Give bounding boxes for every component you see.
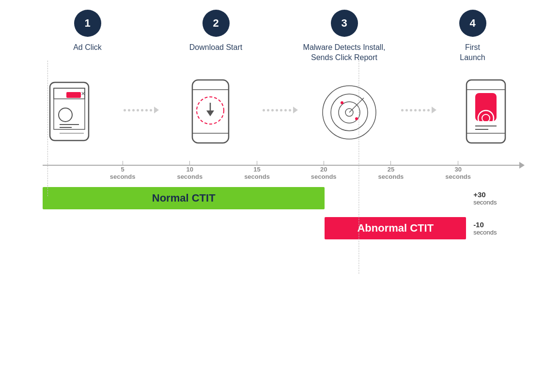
step-4: 4 FirstLaunch (424, 10, 521, 63)
step-circle-3: 3 (331, 10, 358, 37)
tick-label: 10seconds (177, 166, 202, 181)
ctit-section: Normal CTIT Abnormal CTIT +30 seconds -1… (28, 183, 532, 256)
step-2: 2 Download Start (168, 10, 264, 53)
timeline-arrow (519, 162, 525, 169)
tick-line (257, 161, 257, 165)
tick-20: 20seconds (311, 161, 337, 181)
timeline-axis-wrapper: 5seconds10seconds15seconds20seconds25sec… (28, 155, 532, 179)
tick-line (123, 161, 123, 165)
timeline-section: 5seconds10seconds15seconds20seconds25sec… (14, 155, 546, 179)
step-1: 1 Ad Click (39, 10, 136, 53)
tick-5: 5seconds (110, 161, 136, 181)
tick-container: 5seconds10seconds15seconds20seconds25sec… (43, 161, 513, 179)
tick-label: 30seconds (445, 166, 471, 181)
svg-point-5 (59, 108, 72, 122)
normal-ctit-bar: Normal CTIT (43, 187, 325, 209)
arrow-1 (120, 107, 162, 113)
normal-ctit-label: Normal CTIT (152, 192, 216, 204)
svg-rect-4 (66, 92, 81, 98)
tick-25: 25seconds (378, 161, 404, 181)
step-3: 3 Malware Detects Install,Sends Click Re… (296, 10, 393, 63)
tick-label: 25seconds (378, 166, 404, 181)
step-label-2: Download Start (189, 43, 242, 53)
tick-label: 15seconds (244, 166, 270, 181)
icon-ad-click: ✕ (23, 78, 120, 148)
tick-line (189, 161, 190, 165)
abnormal-ctit-bar: Abnormal CTIT (325, 217, 466, 239)
svg-line-19 (349, 98, 364, 112)
tick-10: 10seconds (177, 161, 202, 181)
tick-line (324, 161, 324, 165)
tick-30: 30seconds (445, 161, 471, 181)
step-circle-2: 2 (202, 10, 230, 37)
tick-label: 5seconds (110, 166, 136, 181)
icon-launch (440, 78, 537, 148)
tick-line (390, 161, 391, 165)
normal-time-unit: seconds (473, 199, 497, 206)
abnormal-ctit-label: Abnormal CTIT (357, 222, 434, 235)
step-label-3: Malware Detects Install,Sends Click Repo… (303, 43, 386, 63)
abnormal-time-value: -10 (473, 220, 484, 229)
tick-label: 20seconds (311, 166, 337, 181)
vline-start (47, 61, 48, 196)
normal-time-label: +30 seconds (473, 187, 532, 209)
icons-row: ✕ (14, 78, 546, 148)
svg-text:✕: ✕ (81, 91, 85, 96)
step-circle-4: 4 (459, 10, 486, 37)
arrow-2 (259, 107, 301, 113)
step-circle-1: 1 (74, 10, 101, 37)
steps-row: 1 Ad Click 2 Download Start 3 Malware De… (14, 10, 546, 63)
svg-point-20 (341, 101, 343, 104)
tick-line (458, 161, 458, 165)
ctit-wrapper: Normal CTIT Abnormal CTIT +30 seconds -1… (28, 183, 532, 256)
step-label-1: Ad Click (73, 43, 102, 53)
normal-time-value: +30 (473, 190, 485, 199)
tick-15: 15seconds (244, 161, 270, 181)
svg-point-21 (355, 117, 358, 120)
icon-radar (301, 78, 398, 148)
step-label-4: FirstLaunch (460, 43, 485, 63)
arrow-3 (398, 107, 440, 113)
icon-download (162, 78, 259, 148)
svg-marker-14 (206, 110, 214, 116)
abnormal-time-label: -10 seconds (473, 217, 532, 239)
vline-20sec (359, 61, 359, 274)
abnormal-time-unit: seconds (473, 229, 497, 236)
